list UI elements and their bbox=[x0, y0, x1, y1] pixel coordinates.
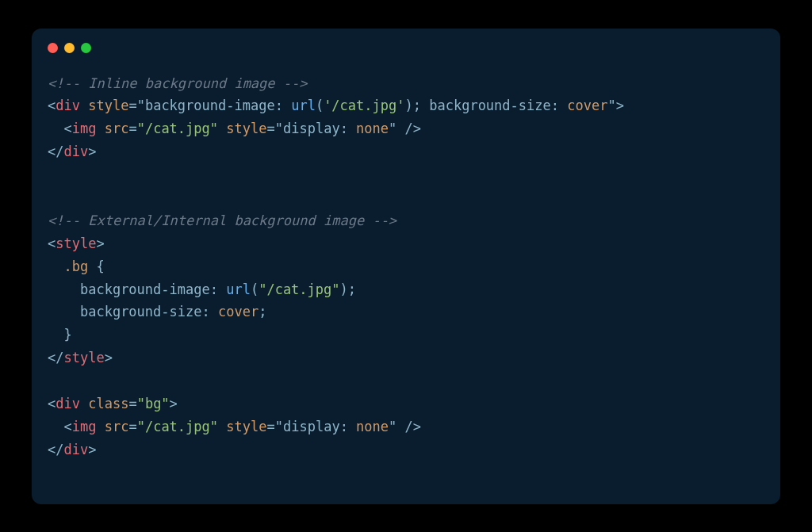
code-token: .bg bbox=[63, 258, 88, 274]
code-comment: <!-- Inline background image --> bbox=[48, 75, 308, 91]
code-token: = bbox=[266, 121, 274, 136]
code-token: style bbox=[226, 121, 266, 136]
code-token bbox=[88, 258, 96, 274]
code-token: : bbox=[551, 98, 567, 113]
minimize-icon[interactable] bbox=[64, 43, 75, 53]
code-token: none bbox=[356, 419, 389, 434]
window-titlebar bbox=[32, 29, 780, 59]
code-token: cover bbox=[218, 304, 259, 320]
code-token bbox=[218, 419, 226, 434]
code-token bbox=[48, 258, 63, 274]
code-token bbox=[48, 327, 63, 343]
code-token: url bbox=[291, 98, 316, 113]
code-token: "/cat.jpg" bbox=[137, 419, 218, 434]
code-token: src bbox=[105, 419, 129, 434]
code-token: } bbox=[63, 327, 71, 343]
code-token: background-size bbox=[429, 98, 551, 113]
code-token: img bbox=[72, 419, 97, 434]
code-token: div bbox=[63, 144, 88, 159]
code-token: "bg" bbox=[137, 396, 170, 411]
code-token: ) bbox=[340, 281, 348, 297]
code-token: background-image bbox=[145, 98, 275, 113]
code-token: = bbox=[128, 98, 136, 113]
close-icon[interactable] bbox=[48, 43, 58, 53]
code-token: style bbox=[63, 350, 104, 366]
code-token: < bbox=[63, 419, 71, 434]
code-token: display bbox=[283, 419, 340, 434]
code-token: url bbox=[226, 281, 251, 297]
code-token: : bbox=[275, 98, 291, 113]
code-token: </ bbox=[48, 442, 63, 457]
code-token: none bbox=[356, 121, 389, 136]
code-token: display bbox=[283, 121, 340, 136]
code-token: class bbox=[88, 396, 128, 411]
code-token: '/cat.jpg' bbox=[324, 98, 404, 113]
code-token: = bbox=[128, 121, 136, 136]
code-token bbox=[96, 121, 104, 136]
code-token: ( bbox=[316, 98, 324, 113]
code-token: > bbox=[616, 98, 624, 113]
code-token: ( bbox=[251, 281, 259, 297]
code-token: " bbox=[389, 419, 396, 434]
code-token: " bbox=[607, 98, 615, 113]
code-token: ; bbox=[348, 281, 356, 297]
code-token: div bbox=[56, 98, 80, 113]
code-block: <!-- Inline background image --> <div st… bbox=[32, 59, 780, 477]
code-token: = bbox=[128, 396, 136, 411]
code-token bbox=[48, 121, 63, 136]
code-token: < bbox=[48, 235, 56, 251]
code-token: > bbox=[96, 235, 104, 251]
code-token: div bbox=[63, 442, 88, 457]
code-token: div bbox=[56, 396, 80, 411]
code-token bbox=[48, 304, 80, 320]
code-token: </ bbox=[48, 350, 63, 366]
code-token: < bbox=[48, 98, 56, 113]
code-token: ; bbox=[259, 304, 266, 320]
code-token: style bbox=[88, 98, 128, 113]
code-token: " bbox=[275, 419, 283, 434]
code-token bbox=[96, 419, 104, 434]
code-token: img bbox=[72, 121, 97, 136]
code-token bbox=[80, 98, 88, 113]
code-token: " bbox=[275, 121, 283, 136]
code-token: { bbox=[96, 258, 104, 274]
code-window: <!-- Inline background image --> <div st… bbox=[32, 29, 780, 504]
code-token bbox=[80, 396, 88, 411]
code-token: "/cat.jpg" bbox=[259, 281, 339, 297]
code-token: " bbox=[389, 121, 396, 136]
code-token: background-image bbox=[80, 281, 210, 297]
code-token bbox=[218, 121, 226, 136]
code-token: /> bbox=[396, 121, 421, 136]
code-token: : bbox=[340, 121, 356, 136]
code-comment: <!-- External/Internal background image … bbox=[48, 212, 396, 228]
code-token: : bbox=[210, 281, 226, 297]
code-token: " bbox=[137, 98, 145, 113]
code-token: "/cat.jpg" bbox=[137, 121, 218, 136]
code-token: style bbox=[226, 419, 266, 434]
maximize-icon[interactable] bbox=[81, 43, 91, 53]
code-token: cover bbox=[567, 98, 607, 113]
code-token: < bbox=[63, 121, 71, 136]
code-token: = bbox=[266, 419, 274, 434]
code-token bbox=[48, 281, 80, 297]
code-token: = bbox=[128, 419, 136, 434]
code-token bbox=[48, 419, 63, 434]
code-token: < bbox=[48, 396, 56, 411]
code-token: > bbox=[105, 350, 113, 366]
code-token: background-size bbox=[80, 304, 202, 320]
code-token: : bbox=[201, 304, 217, 320]
code-token: src bbox=[105, 121, 129, 136]
code-token: ) bbox=[404, 98, 412, 113]
code-token: </ bbox=[48, 144, 63, 159]
code-token: > bbox=[88, 442, 96, 457]
code-token: > bbox=[88, 144, 96, 159]
code-token: style bbox=[56, 235, 96, 251]
code-token: /> bbox=[396, 419, 421, 434]
code-token: : bbox=[340, 419, 356, 434]
code-token: > bbox=[170, 396, 178, 411]
code-token: ; bbox=[413, 98, 429, 113]
